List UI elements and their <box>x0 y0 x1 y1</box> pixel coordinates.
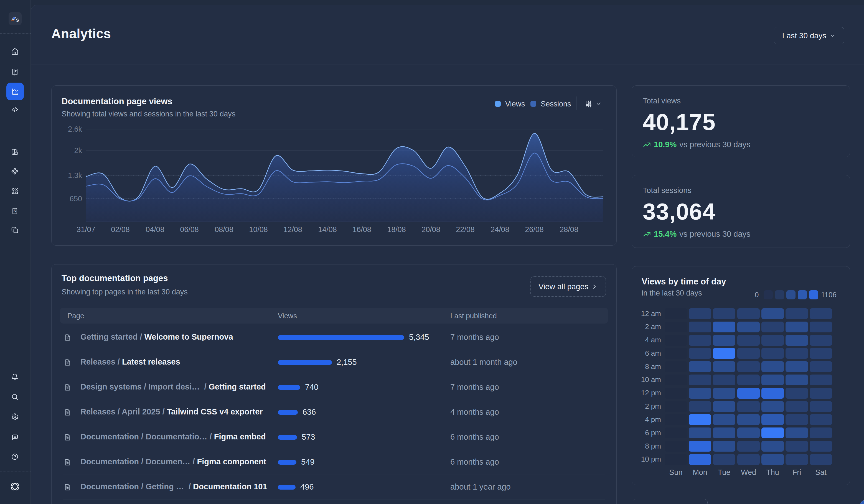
svg-text:22/08: 22/08 <box>456 225 475 234</box>
svg-text:12/08: 12/08 <box>284 225 302 234</box>
svg-text:08/08: 08/08 <box>215 225 233 234</box>
svg-text:06/08: 06/08 <box>180 225 199 234</box>
svg-text:24/08: 24/08 <box>491 225 509 234</box>
svg-text:2.6k: 2.6k <box>68 125 82 133</box>
svg-text:S: S <box>14 209 16 213</box>
svg-text:2k: 2k <box>74 146 82 155</box>
svg-text:16/08: 16/08 <box>352 225 371 234</box>
svg-text:14/08: 14/08 <box>318 225 337 234</box>
svg-text:20/08: 20/08 <box>421 225 440 234</box>
svg-text:31/07: 31/07 <box>76 225 95 234</box>
svg-text:650: 650 <box>70 195 82 203</box>
svg-text:1.3k: 1.3k <box>68 171 82 180</box>
svg-text:26/08: 26/08 <box>525 225 544 234</box>
svg-text:02/08: 02/08 <box>111 225 130 234</box>
svg-text:18/08: 18/08 <box>387 225 406 234</box>
svg-text:04/08: 04/08 <box>146 225 165 234</box>
svg-text:28/08: 28/08 <box>560 225 578 234</box>
svg-text:10/08: 10/08 <box>249 225 268 234</box>
